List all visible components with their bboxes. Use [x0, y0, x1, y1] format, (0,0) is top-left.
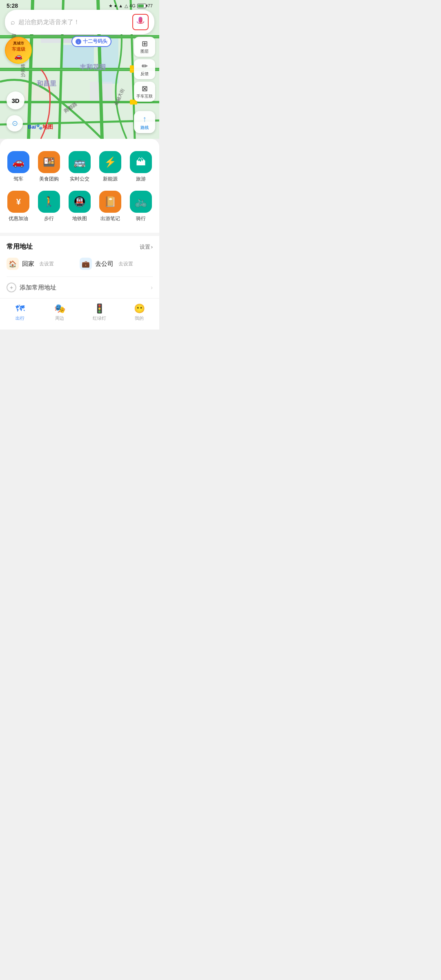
svg-rect-1 [61, 45, 94, 69]
travel-nav-icon: 🗺 [16, 303, 24, 314]
location-circle-icon: ⊙ [12, 119, 18, 128]
add-address-label: 添加常用地址 [20, 284, 56, 292]
setting-chevron-icon: › [151, 244, 153, 250]
app-bus[interactable]: 🚌 实时公交 [65, 147, 95, 187]
traffic-nav-icon: 🚦 [94, 303, 105, 314]
travel-nav-label: 出行 [16, 315, 24, 321]
badge-line2: 车道级 [12, 46, 25, 52]
nearby-nav-label: 周边 [55, 315, 64, 321]
feedback-button[interactable]: ✏ 反馈 [134, 59, 155, 79]
gas-label: 优惠加油 [9, 215, 28, 222]
home-address-item[interactable]: 🏠 回家 去设置 [7, 258, 80, 270]
metro-label: 地铁图 [72, 215, 87, 222]
carlink-label: 手车互联 [136, 94, 153, 99]
app-notes[interactable]: 📔 出游笔记 [95, 187, 125, 226]
city-badge[interactable]: 真城市 车道级 🚗 [5, 37, 32, 64]
battery-percent: 77 [148, 3, 153, 8]
btn-route[interactable]: ↑ 路线 [134, 111, 155, 133]
layer-button[interactable]: ⊞ 图层 [134, 37, 155, 57]
route-arrow-icon: ↑ [143, 114, 147, 124]
address-title: 常用地址 [7, 243, 33, 251]
status-time: 5:28 [7, 2, 18, 9]
battery-indicator [137, 4, 146, 8]
home-icon: 🏠 [7, 258, 19, 270]
svg-rect-16 [130, 65, 134, 73]
add-address-row[interactable]: + 添加常用地址 › [7, 276, 153, 298]
work-label: 去公司 [95, 260, 114, 268]
badge-car-icon: 🚗 [14, 52, 22, 60]
btn-location[interactable]: ⊙ [7, 115, 23, 131]
gas-icon: ¥ [7, 191, 29, 213]
profile-nav-label: 我的 [135, 315, 144, 321]
app-drive[interactable]: 🚗 驾车 [3, 147, 34, 187]
map-area[interactable]: 丰和花园 和昌里 商都路 金融大街 沙井路 会展路 ⌕ 超治愈奶龙语音来了！ [0, 0, 159, 139]
profile-nav-icon: 😶 [134, 303, 145, 314]
pin-label: 十二号码头 [83, 38, 107, 45]
notes-label: 出游笔记 [100, 215, 120, 222]
search-bar[interactable]: ⌕ 超治愈奶龙语音来了！ [5, 10, 154, 34]
work-action: 去设置 [118, 261, 133, 267]
feedback-label: 反馈 [140, 71, 149, 77]
btn-3d[interactable]: 3D [7, 91, 24, 109]
status-bar: 5:28 ★ ● ▲ △ 4G 77 [0, 0, 159, 11]
bell-icon: ▲ [118, 3, 123, 8]
add-address-left: + 添加常用地址 [7, 283, 56, 292]
divider [0, 233, 159, 236]
app-walk[interactable]: 🚶 步行 [34, 187, 65, 226]
address-setting-btn[interactable]: 设置 › [140, 243, 153, 251]
travel-label: 旅游 [136, 176, 146, 183]
voice-button[interactable] [132, 14, 149, 30]
layer-icon: ⊞ [142, 40, 148, 47]
app-ev[interactable]: ⚡ 新能源 [95, 147, 125, 187]
work-icon: 💼 [80, 258, 92, 270]
badge-line1: 真城市 [13, 41, 24, 46]
app-metro[interactable]: 🚇 地铁图 [65, 187, 95, 226]
search-placeholder[interactable]: 超治愈奶龙语音来了！ [18, 18, 132, 26]
right-panel: ⊞ 图层 ✏ 反馈 ⊠ 手车互联 [134, 37, 155, 102]
travel-icon: 🏔 [130, 151, 152, 173]
app-travel[interactable]: 🏔 旅游 [125, 147, 156, 187]
drive-icon: 🚗 [7, 151, 29, 173]
wifi-icon: △ [125, 3, 128, 9]
nav-traffic[interactable]: 🚦 红绿灯 [80, 302, 120, 323]
add-address-chevron-icon: › [151, 284, 153, 291]
cycling-icon: 🚲 [130, 191, 152, 213]
nav-travel[interactable]: 🗺 出行 [0, 302, 40, 323]
carlink-button[interactable]: ⊠ 手车互联 [134, 82, 155, 102]
svg-rect-19 [138, 17, 142, 23]
pin-bubble: 十二号码头 [71, 36, 111, 47]
food-icon: 🍱 [38, 151, 60, 173]
signal-icon: 4G [129, 3, 136, 8]
traffic-nav-label: 红绿灯 [93, 315, 106, 321]
bus-icon: 🚌 [69, 151, 91, 173]
app-gas[interactable]: ¥ 优惠加油 [3, 187, 34, 226]
location-icon: ● [114, 3, 117, 8]
cycling-label: 骑行 [136, 215, 146, 222]
route-label: 路线 [140, 125, 149, 131]
bluetooth-icon: ★ [109, 3, 113, 9]
home-label: 回家 [22, 260, 34, 268]
battery-fill [138, 4, 144, 7]
nav-nearby[interactable]: 🎭 周边 [40, 302, 80, 323]
address-section: 常用地址 设置 › 🏠 回家 去设置 💼 去公司 去设置 + 添加常用地址 [0, 236, 159, 298]
location-pin: 十二号码头 [71, 36, 111, 47]
work-address-item[interactable]: 💼 去公司 去设置 [80, 258, 153, 270]
bus-label: 实时公交 [70, 176, 89, 183]
ev-icon: ⚡ [99, 151, 121, 173]
address-header: 常用地址 设置 › [7, 243, 153, 251]
app-grid: 🚗 驾车 🍱 美食团购 🚌 实时公交 ⚡ 新能源 🏔 旅游 ¥ 优惠加油 🚶 步… [0, 147, 159, 233]
status-icons: ★ ● ▲ △ 4G 77 [109, 3, 153, 9]
walk-label: 步行 [44, 215, 54, 222]
address-row: 🏠 回家 去设置 💼 去公司 去设置 [7, 258, 153, 270]
app-food[interactable]: 🍱 美食团购 [34, 147, 65, 187]
baidu-logo: Bai🐾地图 [28, 123, 53, 131]
nav-profile[interactable]: 😶 我的 [120, 302, 160, 323]
app-cycling[interactable]: 🚲 骑行 [125, 187, 156, 226]
nearby-nav-icon: 🎭 [54, 303, 65, 314]
layer-label: 图层 [140, 49, 149, 54]
bottom-sheet: 🚗 驾车 🍱 美食团购 🚌 实时公交 ⚡ 新能源 🏔 旅游 ¥ 优惠加油 🚶 步… [0, 139, 159, 330]
bottom-nav: 🗺 出行 🎭 周边 🚦 红绿灯 😶 我的 [0, 298, 159, 330]
notes-icon: 📔 [99, 191, 121, 213]
food-label: 美食团购 [39, 176, 59, 183]
3d-label: 3D [11, 97, 19, 104]
